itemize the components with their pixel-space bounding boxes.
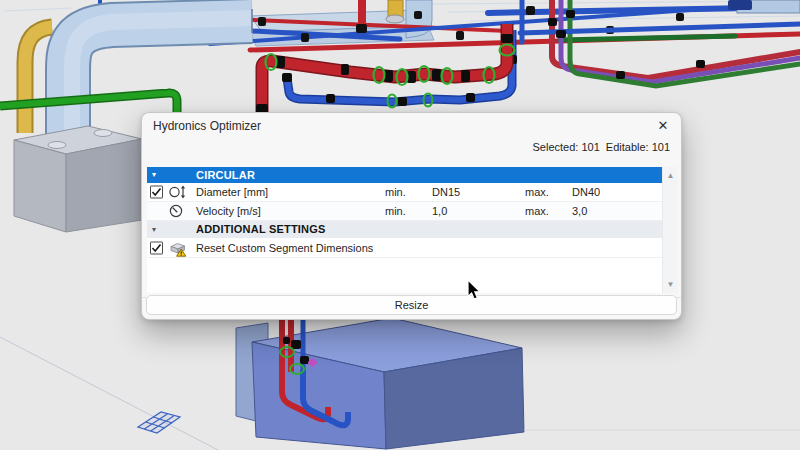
scrollbar[interactable]: ▲ ▼ (662, 167, 678, 293)
reset-checkbox[interactable] (150, 241, 163, 254)
reset-segment-icon (169, 241, 187, 255)
parameter-table: ▾ CIRCULAR Diameter [mm] min. DN15 max. … (147, 167, 678, 293)
diameter-icon (169, 185, 187, 199)
dialog-title: Hydronics Optimizer (153, 119, 261, 133)
group-label: CIRCULAR (196, 167, 255, 183)
min-label: min. (385, 205, 406, 217)
selection-status: Selected:101 Editable:101 (530, 141, 670, 153)
row-label: Reset Custom Segment Dimensions (196, 242, 373, 254)
close-icon[interactable]: ✕ (651, 116, 675, 136)
row-reset-segments[interactable]: Reset Custom Segment Dimensions (147, 238, 678, 258)
group-label: ADDITIONAL SETTINGS (196, 221, 326, 238)
diameter-min-value[interactable]: DN15 (432, 186, 460, 198)
row-label: Diameter [mm] (196, 186, 268, 198)
max-label: max. (525, 205, 549, 217)
velocity-max-value[interactable]: 3,0 (572, 205, 587, 217)
selected-label: Selected: (533, 141, 579, 153)
resize-button[interactable]: Resize (146, 295, 677, 315)
max-label: max. (525, 186, 549, 198)
dialog-titlebar[interactable]: Hydronics Optimizer ✕ (142, 113, 681, 139)
row-diameter[interactable]: Diameter [mm] min. DN15 max. DN40 (147, 183, 678, 202)
editable-count: 101 (652, 141, 670, 153)
equipment-unit-gray (14, 126, 142, 232)
editable-label: Editable: (606, 141, 649, 153)
scroll-up-icon[interactable]: ▲ (663, 171, 678, 180)
group-header-additional-settings[interactable]: ▾ ADDITIONAL SETTINGS (147, 221, 678, 238)
velocity-min-value[interactable]: 1,0 (432, 205, 447, 217)
velocity-icon (169, 204, 183, 218)
selected-count: 101 (581, 141, 599, 153)
scroll-down-icon[interactable]: ▼ (663, 280, 678, 289)
group-header-circular[interactable]: ▾ CIRCULAR (147, 167, 678, 183)
diameter-max-value[interactable]: DN40 (572, 186, 600, 198)
diameter-checkbox[interactable] (150, 186, 163, 199)
duct-corner-top-right (728, 0, 800, 13)
row-label: Velocity [m/s] (196, 205, 261, 217)
collapse-icon[interactable]: ▾ (152, 167, 156, 183)
min-label: min. (385, 186, 406, 198)
collapse-icon[interactable]: ▾ (152, 221, 156, 238)
table-empty-area (147, 258, 678, 293)
row-velocity[interactable]: Velocity [m/s] min. 1,0 max. 3,0 (147, 202, 678, 221)
hydronics-optimizer-dialog: Hydronics Optimizer ✕ Selected:101 Edita… (141, 112, 682, 320)
